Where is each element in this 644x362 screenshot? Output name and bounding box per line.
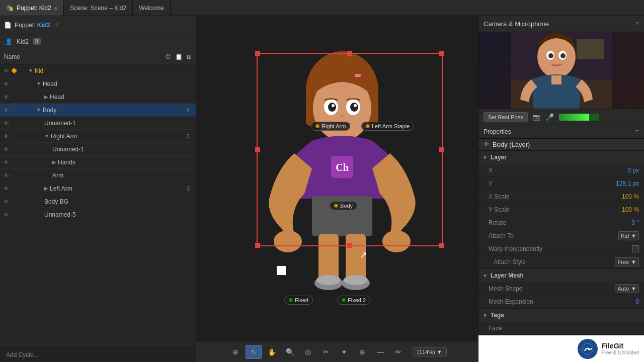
eye-icon-arm[interactable]: 👁 [2, 172, 10, 178]
zoom-level: (114%) [417, 349, 435, 355]
tab-welcome-label: Welcome [139, 5, 164, 12]
character-container: Ch [231, 38, 443, 319]
select-tool-button[interactable]: ↖ [246, 345, 262, 359]
layer-row-unnamed5[interactable]: 👁 Unnamed-5 [0, 208, 196, 221]
body-badge: 4 [187, 107, 194, 113]
canvas-area[interactable]: Ch [196, 16, 478, 341]
minus-tool-button[interactable]: — [372, 345, 388, 359]
eye-icon-hands[interactable]: 👁 [2, 159, 10, 165]
layer-header-icons: ⏱ 📋 ⊞ [165, 53, 192, 60]
prop-label-y: Y [489, 180, 609, 187]
grid2-icon[interactable]: ⊞ [187, 53, 192, 60]
filegit-logo: FileGit Free & Unlimited [578, 339, 639, 359]
prop-section-layer-mesh-header[interactable]: ▼ Layer Mesh [478, 269, 644, 282]
attach-to-dropdown[interactable]: Kid ▼ [618, 231, 639, 240]
layer-row-kid[interactable]: 👁 🔶 ▼ Kid [0, 64, 196, 77]
eye-icon-unnamed5[interactable]: 👁 [2, 212, 10, 218]
layer-list-header: Name ⏱ 📋 ⊞ [0, 49, 196, 64]
canvas-label-fixed2: Fixed 2 [337, 296, 370, 305]
puppet-badge: 8 [33, 38, 41, 45]
layer-row-arm[interactable]: 👁 Arm [0, 169, 196, 182]
prop-section-tags-header[interactable]: ▼ Tags [478, 309, 644, 322]
warp-checkbox[interactable] [632, 245, 639, 252]
body-label-text: Body [340, 203, 353, 209]
zoom-tool-button[interactable]: 🔍 [282, 345, 298, 359]
eye-icon-head-group[interactable]: 👁 [2, 81, 10, 87]
layer-row-hands[interactable]: 👁 ▶ Hands [0, 156, 196, 169]
record-tool-button[interactable]: ◎ [300, 345, 316, 359]
prop-value-x[interactable]: 0 px [609, 167, 639, 174]
prop-value-mesh-expansion[interactable]: 0 [609, 298, 639, 305]
prop-value-rotate[interactable]: 0 ° [609, 219, 639, 226]
set-rest-pose-button[interactable]: Set Rest Pose [484, 112, 528, 122]
prop-label-mesh-expansion: Mesh Expansion [489, 298, 609, 305]
layer-name-unnamed1: Unnamed-1 [44, 120, 76, 127]
tab-menu-icon: ≡ [54, 5, 57, 11]
eye-icon-unnamed1[interactable]: 👁 [2, 120, 10, 126]
layer-tool-button[interactable]: ⊕ [227, 345, 244, 359]
eye-icon-kid[interactable]: 👁 [2, 68, 10, 74]
tags-title: Tags [491, 312, 504, 319]
pen-tool-button[interactable]: ✏ [390, 345, 407, 359]
layer-name-body: Body [43, 107, 56, 114]
prop-section-layer-header[interactable]: ▼ Layer [478, 151, 644, 164]
attach-style-dropdown[interactable]: Free ▼ [615, 257, 639, 266]
svg-point-10 [332, 104, 335, 107]
svg-point-20 [316, 275, 341, 285]
eye-icon-body-bg[interactable]: 👁 [2, 199, 10, 205]
tab-scene-label: Scene: Scene – Kid2 [70, 5, 126, 12]
pin-tool-button[interactable]: ⊕ [354, 345, 370, 359]
prop-row-yscale: Y Scale 100 % [478, 203, 644, 216]
clock-icon[interactable]: ⏱ [165, 53, 171, 60]
handle-tr[interactable] [439, 51, 444, 56]
star-tool-button[interactable]: ✦ [336, 345, 352, 359]
tab-puppet[interactable]: 🎭 Puppet: Kid2 ≡ [0, 0, 64, 16]
prop-value-yscale[interactable]: 100 % [609, 206, 639, 213]
tab-scene[interactable]: Scene: Scene – Kid2 [64, 0, 133, 16]
prop-value-y[interactable]: 128.1 px [609, 180, 639, 187]
eye-icon-head[interactable]: 👁 [2, 94, 10, 100]
name-column-label: Name [4, 53, 162, 60]
handle-br[interactable] [439, 243, 444, 248]
handle-mr[interactable] [439, 147, 444, 152]
layer-name-left-arm: Left Arm [50, 185, 72, 192]
main-layout: 📄 Puppet: Kid2 ≡ 👤 Kid2 8 Name ⏱ 📋 ⊞ [0, 16, 644, 362]
add-cycle-label: Add Cycle... [6, 351, 39, 358]
mesh-shape-dropdown[interactable]: Auto ▼ [615, 284, 639, 293]
puppet-header: 📄 Puppet: Kid2 ≡ [0, 16, 196, 34]
scissors-tool-button[interactable]: ✂ [318, 345, 334, 359]
prop-menu-icon[interactable]: ≡ [635, 128, 639, 136]
layer-row-unnamed1[interactable]: 👁 Unnamed-1 [0, 117, 196, 130]
layer-row-right-arm[interactable]: 👁 ▼ Right Arm 3 [0, 130, 196, 143]
chevron-head-group: ▼ [36, 81, 41, 86]
prop-row-rotate: Rotate 0 ° [478, 216, 644, 229]
attach-to-chevron: ▼ [631, 233, 636, 239]
layer-row-body[interactable]: 👁 ▼ Body 4 [0, 104, 196, 117]
eye-icon-left-arm[interactable]: 👁 [2, 186, 10, 192]
zoom-display[interactable]: (114%) ▼ [413, 347, 446, 356]
prop-label-warp: Warp Independently [489, 245, 632, 252]
eye-icon-unnamed-ra[interactable]: 👁 [2, 146, 10, 152]
layer-row-left-arm[interactable]: 👁 ▶ Left Arm 3 [0, 182, 196, 195]
svg-rect-18 [346, 234, 366, 282]
tab-welcome[interactable]: Welcome [133, 0, 171, 16]
right-header-menu-icon[interactable]: ≡ [635, 20, 639, 27]
eye-icon-body[interactable]: 👁 [2, 107, 10, 113]
puppet-menu-icon[interactable]: ≡ [55, 21, 59, 29]
filegit-sub: Free & Unlimited [602, 350, 639, 355]
camera-bg [478, 32, 644, 109]
svg-point-30 [548, 53, 553, 58]
layer-row-head-group[interactable]: 👁 ▼ Head [0, 77, 196, 90]
prop-row-face-tag: Face [478, 322, 644, 335]
canvas-label-left-arm-staple: Left Arm Staple [361, 122, 414, 131]
prop-value-xscale[interactable]: 100 % [609, 193, 639, 200]
layer-row-body-bg[interactable]: 👁 Body BG [0, 195, 196, 208]
layer-row-unnamed-ra[interactable]: 👁 Unnamed-1 [0, 143, 196, 156]
puppet-kid2-label: Kid2 [17, 38, 29, 45]
grid-icon[interactable]: 📋 [175, 53, 183, 60]
hand-tool-button[interactable]: ✋ [264, 345, 280, 359]
add-cycle-button[interactable]: Add Cycle... [0, 347, 196, 362]
prop-label-mesh-shape: Mesh Shape [489, 285, 615, 292]
eye-icon-right-arm[interactable]: 👁 [2, 133, 10, 139]
layer-row-head[interactable]: 👁 ▶ Head [0, 90, 196, 104]
